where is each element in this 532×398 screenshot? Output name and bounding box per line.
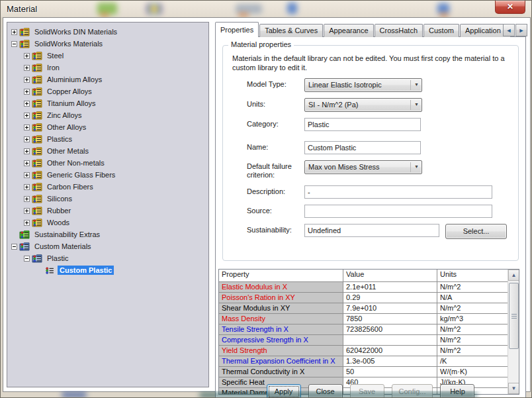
tree-item-other-alloys[interactable]: Other Alloys (7, 121, 208, 133)
sustainability-field[interactable]: Undefined (304, 224, 439, 237)
tree-item-solidworks-materials[interactable]: SolidWorks Materials (7, 38, 208, 50)
tab-appearance[interactable]: Appearance (324, 24, 373, 37)
expand-icon[interactable] (11, 29, 17, 35)
description-field[interactable]: - (304, 185, 492, 199)
description-label: Description: (247, 185, 304, 196)
tab-scroll-right-icon[interactable]: ► (515, 24, 527, 36)
value-cell[interactable]: 620422000 (343, 346, 437, 356)
tab-crosshatch[interactable]: CrossHatch (375, 24, 423, 37)
material-folder-icon (32, 111, 42, 121)
tree-item-plastic[interactable]: Plastic (7, 252, 208, 264)
tree-item-label: Zinc Alloys (45, 111, 84, 120)
tree-item-steel[interactable]: Steel (7, 50, 208, 62)
units-cell: N/m^2 (437, 282, 519, 292)
material-folder-icon (32, 254, 42, 264)
material-folder-icon (32, 51, 42, 61)
tab-properties[interactable]: Properties (215, 22, 259, 37)
expand-icon[interactable] (24, 160, 30, 166)
material-folder-icon (32, 206, 42, 216)
failure-criterion-dropdown[interactable]: Max von Mises Stress (304, 160, 422, 174)
expand-icon[interactable] (24, 65, 30, 71)
tree-item-silicons[interactable]: Silicons (7, 193, 208, 205)
units-cell: N/m^2 (437, 335, 519, 345)
model-type-dropdown[interactable]: Linear Elastic Isotropic (304, 78, 422, 92)
tree-item-label: Other Metals (45, 146, 91, 156)
tree-item-copper-alloys[interactable]: Copper Alloys (7, 85, 208, 97)
table-scrollbar[interactable]: ▲ ▼ (508, 270, 519, 394)
expand-icon[interactable] (24, 184, 30, 190)
name-field[interactable]: Custom Plastic (304, 141, 421, 154)
units-dropdown[interactable]: SI - N/m^2 (Pa) (304, 98, 422, 112)
form-row-source: Source: (247, 205, 511, 218)
tab-strip: PropertiesTables & CurvesAppearanceCross… (215, 22, 510, 37)
units-cell: N/m^2 (437, 346, 519, 356)
tab-scroll-arrows: ◄ ► (503, 24, 527, 36)
tree-item-titanium-alloys[interactable]: Titanium Alloys (7, 97, 208, 109)
collapse-icon[interactable] (11, 244, 17, 250)
form-row-units: Units:SI - N/m^2 (Pa) (247, 98, 511, 112)
source-field[interactable] (304, 205, 492, 218)
title-bar[interactable]: Material ✕ (1, 1, 531, 17)
expand-icon[interactable] (24, 53, 30, 59)
units-cell: N/m^2 (437, 324, 519, 334)
tree-item-zinc-alloys[interactable]: Zinc Alloys (7, 109, 208, 121)
expand-icon[interactable] (24, 196, 30, 202)
material-folder-icon (32, 170, 42, 180)
scrollbar-thumb[interactable] (509, 283, 519, 349)
expand-icon[interactable] (24, 113, 30, 119)
expand-icon[interactable] (24, 208, 30, 214)
tree-item-plastics[interactable]: Plastics (7, 133, 208, 145)
expand-icon[interactable] (24, 77, 30, 83)
tree-item-aluminium-alloys[interactable]: Aluminium Alloys (7, 74, 208, 85)
sustainability-select-button[interactable]: Select... (445, 224, 507, 239)
material-folder-icon (32, 75, 42, 85)
value-cell[interactable]: 7.9e+010 (343, 303, 437, 313)
expand-icon[interactable] (24, 148, 30, 154)
value-cell[interactable]: 1.3e-005 (343, 356, 437, 366)
category-label: Category: (247, 118, 304, 128)
expand-icon[interactable] (24, 101, 30, 107)
category-field[interactable]: Plastic (304, 118, 421, 131)
material-icon (44, 266, 55, 275)
tree-item-label: Generic Glass Fibers (45, 170, 117, 179)
value-cell[interactable]: 723825600 (343, 324, 437, 334)
scroll-up-icon[interactable]: ▲ (508, 270, 519, 281)
tab-tables-curves[interactable]: Tables & Curves (259, 24, 323, 37)
units-cell: kg/m^3 (437, 314, 519, 324)
expand-icon[interactable] (24, 136, 30, 142)
collapse-icon[interactable] (11, 41, 17, 47)
expand-icon[interactable] (24, 89, 30, 95)
tree-item-custom-materials[interactable]: Custom Materials (7, 240, 208, 252)
tree-item-other-non-metals[interactable]: Other Non-metals (7, 157, 208, 169)
close-button[interactable]: ✕ (495, 1, 525, 14)
tree-item-label: SolidWorks Materials (32, 39, 105, 48)
units-cell: N/A (437, 293, 519, 303)
value-cell[interactable]: 0.29 (343, 293, 437, 303)
material-properties-groupbox: Material properties Materials in the def… (222, 45, 519, 261)
value-cell[interactable]: 50 (343, 367, 437, 377)
value-cell[interactable] (343, 335, 437, 345)
tab-scroll-left-icon[interactable]: ◄ (503, 24, 515, 36)
tree-item-iron[interactable]: Iron (7, 62, 208, 74)
tree-item-other-metals[interactable]: Other Metals (7, 145, 208, 157)
collapse-icon[interactable] (24, 256, 30, 262)
value-cell[interactable]: 2.1e+011 (343, 282, 437, 292)
failure-criterion-label: Default failure criterion: (247, 160, 304, 179)
blurred-background-icon (236, 4, 262, 14)
expand-icon[interactable] (24, 124, 30, 130)
tree-item-rubber[interactable]: Rubber (7, 205, 208, 217)
material-folder-icon (32, 99, 42, 109)
expand-icon[interactable] (24, 220, 30, 226)
property-cell: Elastic Modulus in X (219, 282, 343, 292)
tree-item-solidworks-din-materials[interactable]: SolidWorks DIN Materials (7, 26, 208, 38)
table-row: Shear Modulus in XY7.9e+010N/m^2 (219, 303, 519, 314)
tree-item-carbon-fibers[interactable]: Carbon Fibers (7, 181, 208, 193)
tree-item-sustainability-extras[interactable]: Sustainability Extras (7, 228, 208, 240)
blurred-background-icon (146, 3, 162, 15)
value-cell[interactable]: 7850 (343, 314, 437, 324)
tree-item-woods[interactable]: Woods (7, 217, 208, 228)
tree-item-custom-plastic[interactable]: Custom Plastic (7, 264, 208, 276)
expand-icon[interactable] (24, 172, 30, 178)
tree-item-generic-glass-fibers[interactable]: Generic Glass Fibers (7, 169, 208, 181)
tab-custom[interactable]: Custom (423, 24, 459, 37)
